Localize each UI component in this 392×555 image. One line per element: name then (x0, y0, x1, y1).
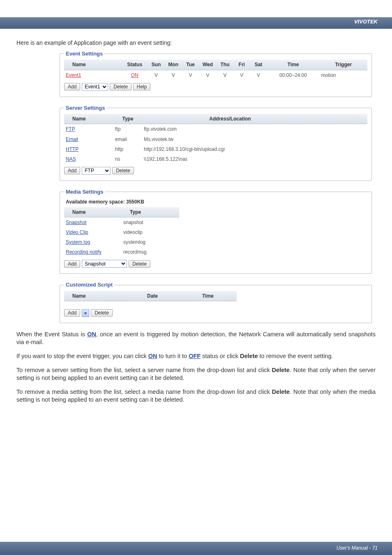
event-add-button[interactable]: Add (64, 83, 80, 90)
media-table: Name Type Snapshot snapshot Video Clip v… (64, 207, 179, 257)
day-mon: V (165, 70, 182, 80)
media-row: Snapshot snapshot (64, 217, 179, 227)
server-row: HTTP http http://192.168.3.10/cgi-bin/up… (64, 144, 367, 154)
media-snapshot-type: snapshot (122, 217, 179, 227)
cs-delete-button[interactable]: Delete (91, 309, 113, 317)
media-delete-button[interactable]: Delete (129, 260, 150, 268)
media-col-type: Type (122, 207, 179, 217)
event-row: Event1 ON V V V V V V V 00:00~24:00 moti… (64, 70, 367, 80)
day-sun: V (148, 70, 165, 80)
event-delete-button[interactable]: Delete (110, 83, 131, 90)
event-settings-fieldset: Event Settings Name Status Sun Mon Tue W… (60, 50, 372, 97)
media-row: Video Clip videoclip (64, 227, 179, 237)
server-col-name: Name (64, 114, 113, 124)
event-status-link[interactable]: ON (131, 72, 138, 78)
media-controls: Add Snapshot Delete (64, 260, 367, 268)
cs-add-button[interactable]: Add (64, 309, 80, 317)
server-http-addr: http://192.168.3.10/cgi-bin/upload.cgi (142, 144, 318, 154)
server-row: FTP ftp ftp.vivotek.com (64, 124, 367, 134)
server-col-type: Type (113, 114, 142, 124)
server-nas-type: ns (113, 154, 142, 164)
col-sun: Sun (148, 60, 165, 70)
server-table: Name Type Address/Location FTP ftp ftp.v… (64, 114, 367, 164)
media-select[interactable]: Snapshot (82, 260, 127, 268)
media-systemlog-link[interactable]: System log (66, 239, 90, 245)
media-snapshot-link[interactable]: Snapshot (66, 220, 87, 225)
media-row: System log systemlog (64, 237, 179, 247)
media-recordmsg-link[interactable]: Recording notify (66, 249, 101, 255)
col-fri: Fri (233, 60, 250, 70)
col-mon: Mon (165, 60, 182, 70)
cs-col-name: Name (64, 291, 126, 301)
event-select[interactable]: Event1 (82, 83, 108, 91)
media-videoclip-link[interactable]: Video Clip (66, 229, 88, 235)
event-table: Name Status Sun Mon Tue Wed Thu Fri Sat … (64, 60, 367, 80)
custom-script-fieldset: Customized Script Name Date Time Add Del… (60, 281, 372, 323)
event-name-link[interactable]: Event1 (66, 72, 81, 78)
on-link: ON (87, 331, 96, 338)
day-sat: V (250, 70, 267, 80)
on-link: ON (148, 353, 157, 359)
delete-bold: Delete (240, 353, 258, 359)
media-settings-fieldset: Media Settings Available memory space: 3… (60, 188, 372, 274)
event-help-button[interactable]: Help (133, 83, 151, 90)
paragraph-3: To remove a server setting from the list… (16, 366, 376, 382)
paragraph-2: If you want to stop the event trigger, y… (16, 352, 376, 361)
cs-select[interactable] (82, 309, 89, 317)
col-tue: Tue (182, 60, 199, 70)
server-controls: Add FTP Delete (64, 166, 367, 175)
footer-text: User's Manual - 71 (337, 545, 378, 551)
col-sat: Sat (250, 60, 267, 70)
page-header: VIVOTEK (0, 0, 392, 29)
media-col-name: Name (64, 207, 122, 217)
paragraph-4: To remove a media setting from the list,… (16, 388, 376, 404)
col-time: Time (267, 60, 319, 70)
col-wed: Wed (199, 60, 217, 70)
event-controls: Add Event1 Delete Help (64, 83, 367, 91)
server-email-addr: Ms.vivotek.tw (142, 134, 318, 144)
day-fri: V (233, 70, 250, 80)
page-footer: User's Manual - 71 (0, 542, 392, 555)
server-col-addr: Address/Location (142, 114, 318, 124)
media-add-button[interactable]: Add (64, 260, 80, 268)
server-ftp-link[interactable]: FTP (66, 126, 75, 132)
day-tue: V (182, 70, 199, 80)
brand-text: VIVOTEK (354, 18, 378, 25)
server-row: Email email Ms.vivotek.tw (64, 134, 367, 144)
media-settings-legend: Media Settings (64, 188, 105, 196)
day-wed: V (199, 70, 217, 80)
server-add-button[interactable]: Add (64, 167, 80, 174)
event-settings-legend: Event Settings (64, 50, 104, 58)
cs-col-date: Date (126, 291, 179, 301)
media-memory-text: Available memory space: 3550KB (66, 199, 367, 205)
page-content: Here is an example of Application page w… (0, 29, 392, 404)
day-thu: V (217, 70, 233, 80)
event-time: 00:00~24:00 (267, 70, 319, 80)
col-name: Name (64, 60, 122, 70)
server-delete-button[interactable]: Delete (112, 167, 134, 174)
server-email-link[interactable]: Email (66, 136, 78, 142)
col-trigger: Trigger (319, 60, 367, 70)
server-http-link[interactable]: HTTP (66, 146, 78, 152)
custom-script-legend: Customized Script (64, 281, 114, 289)
server-nas-link[interactable]: NAS (66, 156, 76, 162)
media-row: Recording notify recordmsg (64, 247, 179, 257)
server-nas-addr: \\192.168.5.122\nas (142, 154, 318, 164)
server-settings-fieldset: Server Settings Name Type Address/Locati… (60, 104, 372, 181)
cs-controls: Add Delete (64, 309, 367, 317)
cs-col-time: Time (179, 291, 237, 301)
media-systemlog-type: systemlog (122, 237, 179, 247)
server-settings-legend: Server Settings (64, 104, 106, 112)
off-link: OFF (189, 353, 201, 359)
server-select[interactable]: FTP (82, 167, 111, 175)
event-trigger: motion (319, 70, 367, 80)
media-videoclip-type: videoclip (122, 227, 179, 237)
col-status: Status (122, 60, 148, 70)
server-email-type: email (113, 134, 142, 144)
server-ftp-addr: ftp.vivotek.com (142, 124, 318, 134)
intro-text: Here is an example of Application page w… (16, 39, 376, 47)
col-thu: Thu (217, 60, 233, 70)
server-ftp-type: ftp (113, 124, 142, 134)
paragraph-1: When the Event Status is ON, once an eve… (16, 331, 376, 347)
server-http-type: http (113, 144, 142, 154)
